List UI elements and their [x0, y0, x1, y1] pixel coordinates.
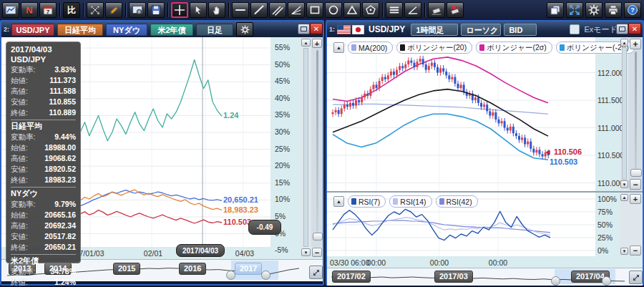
analysis-tools-button[interactable] — [87, 2, 104, 18]
toolbar-group: N7 — [2, 2, 57, 18]
symbol-tag-1[interactable]: 日経平均 — [57, 24, 103, 36]
compare-mode-button[interactable]: 比 — [63, 2, 80, 18]
month-badge-2017/02[interactable]: 2017/02 — [332, 271, 371, 283]
ma-badge[interactable]: MA(200) — [348, 42, 393, 54]
range-handle-left-a[interactable] — [226, 271, 235, 280]
zoom-slider-handle-left[interactable] — [313, 233, 323, 240]
close-button-left[interactable]: ✕ — [310, 23, 323, 34]
angle-line-tool-button[interactable] — [404, 2, 421, 18]
news-button[interactable]: N — [21, 2, 38, 18]
comparison-ytick: 50% — [275, 60, 299, 69]
duplicate-window-button[interactable] — [547, 2, 564, 18]
rsi-ytick: 0% — [597, 246, 622, 255]
info-row: 高値:19068.62 — [11, 153, 76, 164]
compare-icon: 比 — [67, 4, 76, 16]
scroll-down-button-main[interactable]: ▼ — [620, 180, 628, 188]
arrange-windows-button[interactable] — [566, 2, 583, 18]
chart-option-button-0[interactable]: 1時間足 — [411, 24, 458, 36]
year-badge-2015[interactable]: 2015 — [113, 263, 140, 275]
scrollbar-track-main[interactable] — [622, 47, 627, 180]
zoom-in-button-main[interactable]: + — [630, 39, 641, 49]
chart-option-button-1[interactable]: ローソク — [461, 24, 501, 36]
candlestick-plot[interactable] — [327, 37, 595, 191]
info-row: 変動率:34.78% — [11, 266, 76, 277]
toolbar-group — [171, 2, 225, 18]
rsi-scroll-up-button[interactable]: ▲ — [620, 194, 628, 201]
info-key: 安値: — [11, 97, 28, 107]
line-list-button[interactable] — [386, 2, 403, 18]
collapse-rsi-button[interactable]: ▲ — [333, 196, 344, 207]
settings-button[interactable] — [585, 2, 602, 18]
window-index: 2: — [4, 26, 9, 33]
rsi-scroll-down-button[interactable]: ▼ — [620, 248, 628, 255]
eraser-all-button[interactable]: ALL — [447, 2, 464, 18]
polygon-tool-button[interactable] — [362, 2, 379, 18]
boll20-badge[interactable]: ボリンジャー(20) — [396, 42, 472, 54]
rsi-zoom-in-button[interactable]: + — [630, 194, 641, 204]
calendar-button[interactable]: 7 — [39, 2, 57, 18]
month-badge-2017/03[interactable]: 2017/03 — [434, 271, 473, 283]
comparison-ytick: 30% — [275, 127, 299, 136]
info-row: 高値:111.588 — [11, 86, 76, 97]
range-handle-right-a[interactable] — [551, 276, 560, 286]
zoom-in-button-left[interactable]: + — [312, 39, 322, 48]
trend-line-tool-button[interactable] — [250, 2, 268, 18]
year-badge-2017[interactable]: 2017 — [235, 263, 262, 275]
collapse-main-button[interactable]: ▲ — [333, 42, 344, 53]
rsi-zoom-out-button[interactable]: − — [630, 245, 641, 256]
info-key: 高値: — [11, 154, 28, 164]
help-button[interactable]: ? — [624, 2, 641, 18]
close-button-right[interactable]: ✕ — [628, 23, 641, 34]
parallel-line-tool-button[interactable] — [269, 2, 286, 18]
year-badge-2016[interactable]: 2016 — [179, 263, 206, 275]
fan-line-tool-button[interactable] — [288, 2, 305, 18]
crosshair-tool-button[interactable] — [171, 2, 188, 18]
rsi-ytick: 100% — [597, 195, 622, 203]
zoom-slider-handle-main[interactable] — [630, 169, 642, 177]
horizontal-line-tool-button[interactable] — [232, 2, 249, 18]
boll-up-badge[interactable]: ボリンジャー(2σ) — [476, 42, 552, 54]
cursor-tool-button[interactable] — [190, 2, 207, 18]
rsi-badge-2[interactable]: RSI(42) — [436, 195, 478, 208]
expand-button-right[interactable] — [629, 271, 643, 284]
ex-mode-checkbox[interactable] — [570, 24, 580, 34]
zoom-out-button-left[interactable]: − — [312, 248, 322, 257]
trading-app-window: N7比ALL? 2:USD/JPY日経平均NYダウ米2年債日足✕55%50%45… — [0, 0, 644, 287]
print-button[interactable] — [605, 2, 622, 18]
circle-icon — [328, 4, 339, 16]
save-button[interactable] — [147, 2, 165, 18]
zoom-out-button-main[interactable]: − — [630, 179, 641, 190]
scrollbar-track-left[interactable] — [303, 48, 308, 247]
toolbar-group — [129, 2, 165, 18]
range-handle-left-b[interactable] — [261, 271, 270, 280]
ellipse-tool-button[interactable] — [325, 2, 342, 18]
pan-hand-tool-button[interactable] — [208, 2, 225, 18]
rectangle-tool-button[interactable] — [306, 2, 323, 18]
symbol-tag-0[interactable]: USD/JPY — [11, 24, 54, 36]
rsi-badge-1[interactable]: RSI(14) — [389, 195, 431, 208]
scroll-down-button-left[interactable]: ▼ — [301, 248, 311, 256]
chart-window-button[interactable] — [2, 2, 19, 18]
symbol-tag-4[interactable]: 日足 — [196, 24, 233, 36]
rsi-ytick: 50% — [597, 220, 622, 229]
range-handle-right-b[interactable] — [602, 276, 611, 286]
comparison-xtick: 04/03 — [223, 249, 266, 258]
minimize-button-right[interactable] — [616, 24, 628, 34]
symbol-tag-2[interactable]: NYダウ — [106, 24, 147, 36]
chart-gear-button[interactable] — [236, 22, 253, 37]
chart-option-button-2[interactable]: BID — [504, 24, 537, 36]
rsi-ytick: 75% — [597, 208, 622, 216]
minimize-button-left[interactable] — [298, 24, 310, 34]
expand-button-left[interactable] — [309, 266, 323, 279]
triangle-tool-button[interactable] — [343, 2, 361, 18]
comparison-price-label: 20,650.21 — [223, 195, 269, 205]
symbol-tag-3[interactable]: 米2年債 — [150, 24, 193, 36]
draw-pencil-button[interactable] — [105, 2, 122, 18]
rsi-badge-0[interactable]: RSI(7) — [348, 195, 386, 208]
pencil-icon — [108, 4, 119, 16]
scroll-up-button-main[interactable]: ▲ — [620, 39, 628, 47]
eraser-button[interactable] — [428, 2, 445, 18]
pentagon-icon — [365, 4, 376, 16]
chart-settings-window-button[interactable] — [129, 2, 146, 18]
scroll-up-button-left[interactable]: ▲ — [301, 39, 311, 47]
